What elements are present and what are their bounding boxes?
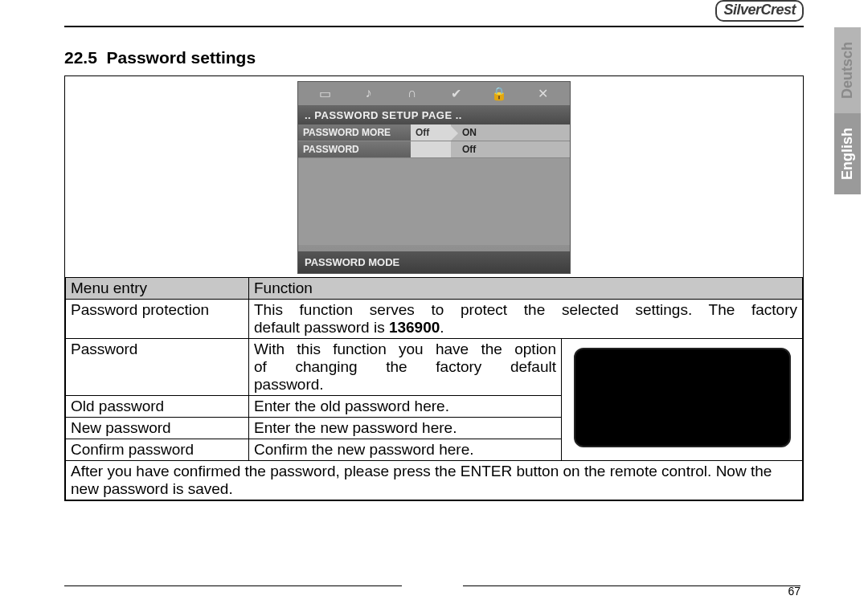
osd-title: .. PASSWORD SETUP PAGE ..	[298, 106, 570, 124]
osd-body	[298, 158, 570, 245]
content-box: ▭ ♪ ∩ ✔ 🔒 ✕ .. PASSWORD SETUP PAGE .. PA…	[64, 75, 804, 501]
osd-row-label: PASSWORD MORE	[298, 124, 411, 141]
osd-row-label: PASSWORD	[298, 141, 411, 157]
lock-icon: 🔒	[489, 86, 509, 102]
osd-row: PASSWORD Off	[298, 141, 570, 158]
headphones-icon: ∩	[403, 86, 422, 102]
section-heading: 22.5 Password settings	[64, 48, 804, 67]
footer-rule-right	[463, 585, 800, 586]
page-number: 67	[788, 585, 800, 598]
cell-menu-entry: Password protection	[66, 300, 249, 339]
lang-tab-deutsch[interactable]: Deutsch	[834, 27, 861, 113]
osd-icon-row: ▭ ♪ ∩ ✔ 🔒 ✕	[298, 82, 570, 106]
footer-rule-left	[64, 585, 402, 586]
section-number: 22.5	[64, 48, 97, 67]
table-header-left: Menu entry	[66, 278, 249, 300]
cell-menu-entry: New password	[66, 418, 249, 439]
osd-row: PASSWORD MORE Off ON	[298, 124, 570, 141]
cell-menu-entry: Confirm password	[66, 439, 249, 461]
cell-menu-entry: Password	[66, 339, 249, 396]
osd-row-value: Off	[411, 124, 451, 141]
table-footer-row: After you have confirmed the password, p…	[66, 461, 803, 500]
lang-tab-english[interactable]: English	[834, 113, 861, 194]
header-rule	[64, 26, 804, 27]
language-tabs: Deutsch English	[834, 27, 868, 194]
table-row: Password protection This function serves…	[66, 300, 803, 339]
cell-function: Confirm the new password here.	[249, 439, 562, 461]
section-title-text: Password settings	[107, 48, 256, 67]
cell-function: Enter the old password here.	[249, 396, 562, 418]
cell-image	[562, 339, 803, 461]
osd-row-alt: Off	[451, 141, 570, 157]
table-footer-note: After you have confirmed the password, p…	[66, 461, 803, 500]
osd-row-alt: ON	[451, 124, 570, 141]
monitor-icon: ▭	[315, 86, 334, 102]
close-icon: ✕	[534, 86, 553, 102]
settings-table: Menu entry Function Password protection …	[65, 277, 803, 500]
table-header-row: Menu entry Function	[66, 278, 803, 300]
table-row: Password With this function you have the…	[66, 339, 803, 396]
brand-logo: SilverCrest	[715, 0, 804, 22]
audio-icon: ♪	[358, 86, 378, 102]
cell-function: Enter the new password here.	[249, 418, 562, 439]
brand-name: SilverCrest	[723, 2, 796, 18]
cell-function: This function serves to protect the sele…	[249, 300, 803, 339]
osd-screen: ▭ ♪ ∩ ✔ 🔒 ✕ .. PASSWORD SETUP PAGE .. PA…	[297, 81, 571, 274]
osd-footer: PASSWORD MODE	[298, 251, 570, 273]
osd-row-value	[411, 141, 451, 157]
cell-function: With this function you have the optionof…	[249, 339, 562, 396]
black-image-placeholder	[574, 348, 791, 447]
embedded-screenshot: ▭ ♪ ∩ ✔ 🔒 ✕ .. PASSWORD SETUP PAGE .. PA…	[65, 76, 803, 277]
check-icon: ✔	[446, 86, 465, 102]
cell-menu-entry: Old password	[66, 396, 249, 418]
table-header-right: Function	[249, 278, 803, 300]
